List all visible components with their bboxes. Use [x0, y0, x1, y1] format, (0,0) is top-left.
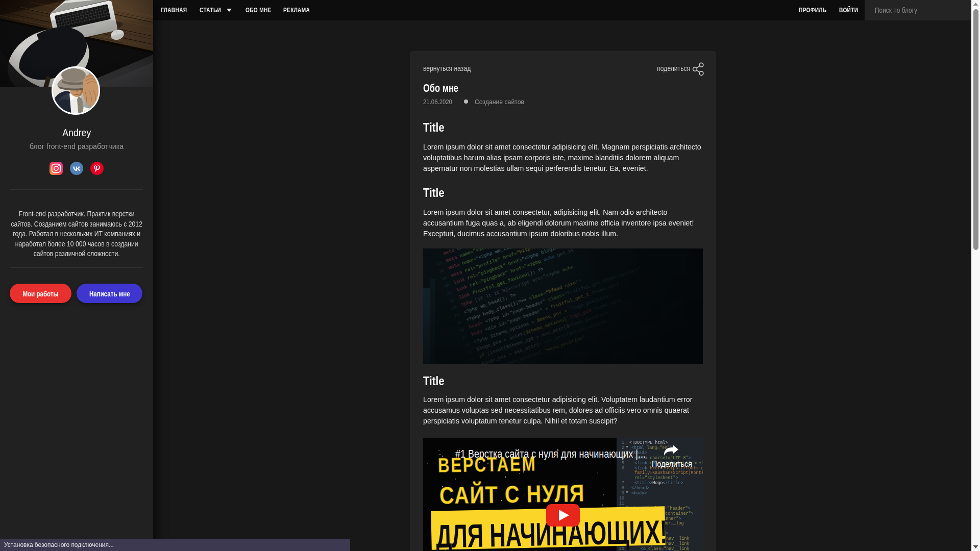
svg-text:7: 7 — [622, 481, 624, 486]
svg-text:<body>: <body> — [631, 491, 647, 496]
svg-text:11: 11 — [619, 501, 624, 506]
svg-text:Поделиться: Поделиться — [652, 459, 692, 468]
svg-text:</head>: </head> — [631, 486, 649, 491]
svg-text:6: 6 — [622, 466, 624, 471]
svg-text:10: 10 — [619, 496, 624, 501]
svg-text:9: 9 — [622, 491, 624, 496]
svg-text:<!DOCTYPE html>: <!DOCTYPE html> — [629, 440, 668, 445]
svg-text:8: 8 — [622, 486, 624, 491]
svg-text:5: 5 — [622, 461, 624, 466]
svg-text:#1 Верстка сайта с нуля для на: #1 Верстка сайта с нуля для начинающих |… — [455, 447, 646, 460]
svg-text:1: 1 — [622, 440, 624, 445]
svg-text:rel="stylesheet">: rel="stylesheet"> — [634, 475, 678, 481]
svg-text:<title>Mogo</title>: <title>Mogo</title> — [634, 481, 683, 486]
svg-text:family=Kaushan+Script|Montserr: family=Kaushan+Script|Montserra — [634, 470, 703, 475]
